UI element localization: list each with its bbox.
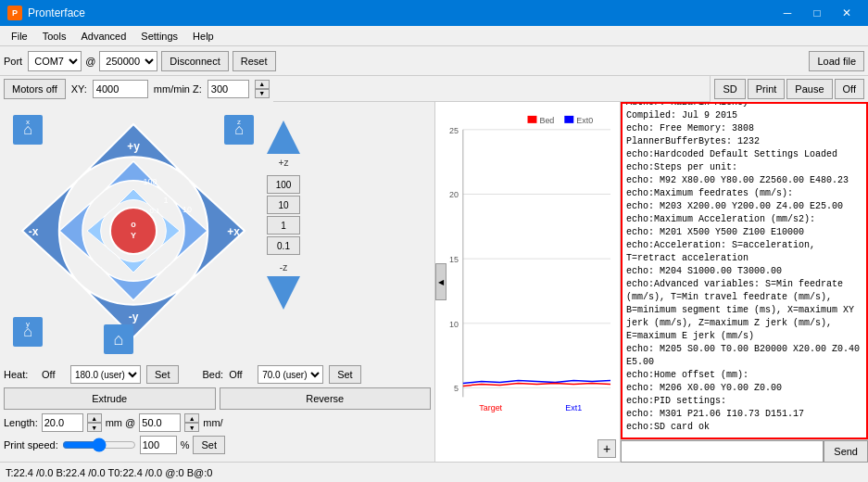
pause-button[interactable]: Pause <box>786 79 832 99</box>
svg-text:25: 25 <box>449 126 459 135</box>
port-label: Port <box>4 56 22 67</box>
z-step-10[interactable]: 10 <box>267 196 300 214</box>
svg-text:100: 100 <box>143 177 157 186</box>
svg-text:10: 10 <box>449 320 459 329</box>
console-line: echo:Acceleration: S=acceleration, T=ret… <box>626 239 862 265</box>
heat-set-button[interactable]: Set <box>146 365 179 384</box>
console-line: echo: Last Updated: Jul 9 2015 12:36:42 … <box>626 102 862 109</box>
z-minus-button[interactable] <box>267 276 300 310</box>
z-step-01[interactable]: 0.1 <box>267 236 300 255</box>
pct-label: % <box>181 439 190 450</box>
svg-text:Y: Y <box>131 231 136 240</box>
app-title: Pronterface <box>28 6 774 19</box>
load-file-button[interactable]: Load file <box>809 51 864 71</box>
console-line: echo: M201 X500 Y500 Z100 E10000 <box>626 226 862 239</box>
menu-help[interactable]: Help <box>185 29 221 44</box>
z-up-spin[interactable]: ▲ <box>255 80 270 89</box>
svg-text:15: 15 <box>449 255 459 264</box>
motors-off-button[interactable]: Motors off <box>4 79 66 99</box>
svg-text:Ext0: Ext0 <box>576 116 593 125</box>
bed-label: Bed: <box>203 369 224 380</box>
middle-panel: ◀ 25 20 15 10 5 Bed <box>435 102 621 462</box>
console-line: echo: Free Memory: 3808 PlannerBufferByt… <box>626 122 862 148</box>
console-line: echo:Maximum feedrates (mm/s): <box>626 187 862 200</box>
jog-plus-y-inner[interactable] <box>115 189 152 208</box>
minimize-button[interactable]: ─ <box>774 4 801 22</box>
z-controls: +z 100 10 1 0.1 -z <box>267 113 300 358</box>
svg-text:x: x <box>26 118 30 126</box>
svg-rect-27 <box>564 116 573 123</box>
console-line: echo:Advanced variables: S=Min feedrate … <box>626 278 862 343</box>
print-speed-set-button[interactable]: Set <box>193 436 225 454</box>
chart-svg: 25 20 15 10 5 Bed Ext0 Target Ext1 <box>435 102 620 462</box>
print-button[interactable]: Print <box>748 79 786 99</box>
jog-minus-y-inner[interactable] <box>115 254 152 273</box>
extrude-button[interactable]: Extrude <box>4 387 216 410</box>
mm-at-label: mm @ <box>106 417 136 428</box>
console-output[interactable]: Connecting...startPrinter is now online.… <box>621 102 868 439</box>
menu-settings[interactable]: Settings <box>133 29 185 44</box>
print-speed-slider[interactable] <box>62 438 136 452</box>
speed-down-spin[interactable]: ▼ <box>184 423 199 432</box>
motors-row: Motors off XY: mm/min Z: ▲ ▼ <box>0 76 273 102</box>
menu-tools[interactable]: Tools <box>35 29 74 44</box>
console-input[interactable] <box>621 440 824 463</box>
sd-button[interactable]: SD <box>714 79 745 99</box>
extrude-row: Extrude Reverse <box>4 387 431 410</box>
reset-button[interactable]: Reset <box>233 51 276 71</box>
console-line: echo: M205 S0.00 T0.00 B20000 X20.00 Z0.… <box>626 343 862 369</box>
speed-up-spin[interactable]: ▲ <box>184 413 199 423</box>
mm-s-label: mm/ <box>203 417 222 428</box>
jog-svg: o Y +y -y +x -x 100 10 1 0.1 ⌂ x <box>4 106 263 356</box>
svg-text:0.1: 0.1 <box>149 207 160 215</box>
z-step-100[interactable]: 100 <box>267 175 300 194</box>
svg-text:5: 5 <box>454 384 459 393</box>
disconnect-button[interactable]: Disconnect <box>161 51 228 71</box>
heat-status: Off <box>42 369 65 380</box>
baud-select[interactable]: 250000 <box>99 51 157 71</box>
speed-input[interactable] <box>139 413 181 432</box>
chart-expand-button[interactable]: ◀ <box>435 263 447 300</box>
svg-text:20: 20 <box>449 190 459 199</box>
toolbar: Port COM7 @ 250000 Disconnect Reset Load… <box>0 46 868 76</box>
z-down-spin[interactable]: ▼ <box>255 89 270 98</box>
svg-text:Bed: Bed <box>539 116 554 125</box>
console-line: echo: M206 X0.00 Y0.00 Z0.00 <box>626 382 862 395</box>
maximize-button[interactable]: □ <box>803 4 831 22</box>
length-down-spin[interactable]: ▼ <box>87 423 102 432</box>
right-panel: Connecting...startPrinter is now online.… <box>621 102 868 462</box>
menu-file[interactable]: File <box>4 29 35 44</box>
length-input[interactable] <box>42 413 83 432</box>
chart-add-button[interactable]: + <box>598 439 616 458</box>
heat-row: Heat: Off 180.0 (user) Set Bed: Off 70.0… <box>4 365 431 384</box>
svg-text:y: y <box>26 320 30 328</box>
console-line: echo: M92 X80.00 Y80.00 Z2560.00 E480.23 <box>626 174 862 187</box>
z-plus-button[interactable] <box>267 120 300 154</box>
z-step-1[interactable]: 1 <box>267 216 300 235</box>
z-input[interactable] <box>208 80 249 98</box>
port-select[interactable]: COM7 <box>28 51 82 71</box>
send-button[interactable]: Send <box>824 440 868 463</box>
title-bar: P Pronterface ─ □ ✕ <box>0 0 868 26</box>
reverse-button[interactable]: Reverse <box>220 387 432 410</box>
menu-advanced[interactable]: Advanced <box>73 29 133 44</box>
svg-text:z: z <box>237 118 241 126</box>
print-speed-input[interactable] <box>140 436 177 454</box>
console-line: echo:PID settings: <box>626 395 862 408</box>
heat-value-select[interactable]: 180.0 (user) <box>70 365 141 384</box>
console-line: echo: M204 S1000.00 T3000.00 <box>626 265 862 278</box>
xy-input[interactable] <box>93 80 148 98</box>
off-button[interactable]: Off <box>835 79 864 99</box>
console-line: echo:SD card ok <box>626 421 862 434</box>
svg-rect-25 <box>528 116 537 123</box>
status-bar: T:22.4 /0.0 B:22.4 /0.0 T0:22.4 /0.0 @:0… <box>0 462 868 482</box>
svg-text:1: 1 <box>163 196 168 205</box>
bed-set-button[interactable]: Set <box>329 365 361 384</box>
bed-value-select[interactable]: 70.0 (user) <box>258 365 323 384</box>
close-button[interactable]: ✕ <box>833 4 861 22</box>
xy-label: XY: <box>71 83 87 95</box>
sd-toolbar: SD Print Pause Off <box>710 76 868 102</box>
console-line: echo:Steps per unit: <box>626 161 862 174</box>
console-line: Compiled: Jul 9 2015 <box>626 109 862 122</box>
length-up-spin[interactable]: ▲ <box>87 413 102 423</box>
